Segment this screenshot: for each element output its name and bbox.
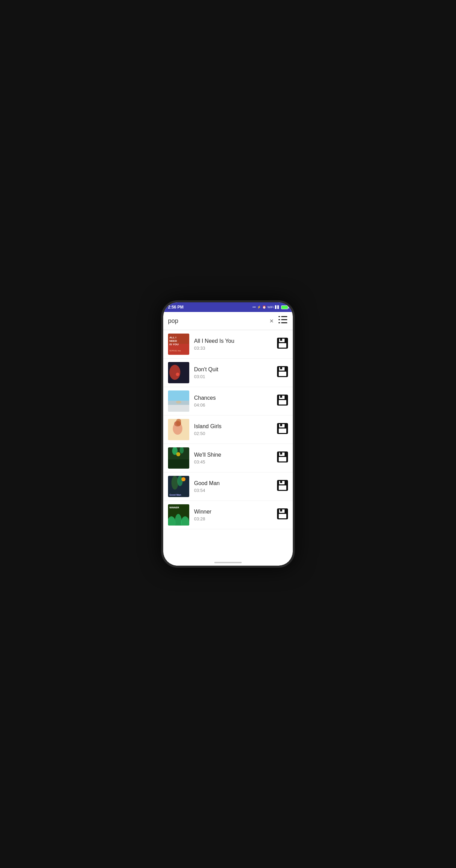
svg-point-42: [176, 452, 180, 456]
alarm-icon: ⏰: [262, 305, 266, 309]
song-info-2: Don't Quit 03:01: [194, 366, 272, 379]
svg-rect-65: [280, 509, 282, 511]
song-title-2: Don't Quit: [194, 366, 272, 373]
svg-rect-25: [168, 405, 189, 412]
search-input[interactable]: [168, 317, 265, 325]
svg-point-17: [169, 365, 180, 380]
album-art-4: [168, 419, 189, 440]
song-title-1: All I Need Is You: [194, 338, 272, 344]
song-info-4: Island Girls 02:50: [194, 423, 272, 436]
home-indicator: [214, 562, 242, 563]
song-duration-7: 03:28: [194, 516, 272, 521]
album-art-1: ALL I NEED IS YOU SEPRUEL feat.: [168, 334, 189, 355]
svg-text:ALL I: ALL I: [169, 336, 176, 339]
song-title-3: Chances: [194, 395, 272, 401]
svg-rect-1: [278, 316, 280, 317]
album-art-2: [168, 362, 189, 383]
song-duration-3: 04:06: [194, 402, 272, 408]
svg-rect-66: [279, 514, 286, 518]
song-info-7: Winner 03:28: [194, 509, 272, 521]
phone-screen: 2:56 PM ••• ⚡ ⏰ WiFi ▋▋ ×: [163, 302, 293, 566]
svg-text:IS YOU: IS YOU: [169, 343, 179, 346]
svg-point-49: [171, 476, 178, 490]
status-time: 2:56 PM: [168, 305, 183, 310]
song-info-1: All I Need Is You 03:33: [194, 338, 272, 351]
search-clear-button[interactable]: ×: [269, 316, 274, 326]
save-button-7[interactable]: [277, 508, 288, 522]
wifi-icon: WiFi: [267, 305, 274, 309]
svg-text:SEPRUEL feat.: SEPRUEL feat.: [169, 350, 181, 352]
svg-text:Good Man: Good Man: [169, 494, 181, 496]
song-duration-6: 03:54: [194, 488, 272, 493]
svg-rect-0: [281, 316, 287, 317]
save-button-1[interactable]: [277, 338, 288, 351]
svg-rect-21: [280, 367, 282, 369]
svg-rect-47: [279, 457, 286, 461]
svg-rect-22: [279, 372, 286, 376]
song-duration-1: 03:33: [194, 346, 272, 351]
status-icons: ••• ⚡ ⏰ WiFi ▋▋: [253, 305, 288, 309]
svg-rect-46: [280, 453, 282, 455]
search-list-button[interactable]: [278, 315, 288, 326]
list-item: Island Girls 02:50: [163, 415, 293, 444]
svg-rect-15: [279, 343, 286, 348]
song-list: ALL I NEED IS YOU SEPRUEL feat. All I Ne…: [163, 330, 293, 559]
bluetooth-icon: ⚡: [257, 305, 261, 309]
battery-icon: [281, 305, 288, 309]
svg-rect-29: [280, 396, 282, 398]
svg-point-50: [177, 476, 183, 486]
svg-rect-43: [168, 459, 189, 469]
save-button-2[interactable]: [277, 366, 288, 379]
song-duration-2: 03:01: [194, 374, 272, 379]
dots-icon: •••: [253, 305, 256, 309]
svg-point-26: [176, 401, 181, 403]
song-title-4: Island Girls: [194, 423, 272, 430]
list-item: Don't Quit 03:01: [163, 359, 293, 387]
svg-point-51: [181, 477, 185, 481]
svg-rect-14: [280, 339, 282, 341]
album-art-7: WINNER: [168, 504, 189, 526]
save-button-6[interactable]: [277, 480, 288, 493]
list-item: ALL I NEED IS YOU SEPRUEL feat. All I Ne…: [163, 330, 293, 359]
save-button-5[interactable]: [277, 451, 288, 465]
svg-rect-55: [280, 481, 282, 483]
bottom-bar: [163, 559, 293, 566]
svg-rect-4: [281, 322, 287, 323]
svg-rect-30: [279, 400, 286, 405]
album-art-3: [168, 390, 189, 412]
svg-rect-56: [279, 485, 286, 490]
svg-rect-2: [281, 319, 287, 320]
save-button-3[interactable]: [277, 395, 288, 408]
svg-rect-3: [278, 319, 280, 320]
album-art-5: [168, 447, 189, 469]
song-title-7: Winner: [194, 509, 272, 515]
song-duration-5: 03:45: [194, 459, 272, 465]
album-art-6: Good Man: [168, 476, 189, 497]
list-item: Chances 04:06: [163, 387, 293, 415]
svg-rect-38: [279, 429, 286, 433]
song-title-6: Good Man: [194, 480, 272, 486]
phone-frame: 2:56 PM ••• ⚡ ⏰ WiFi ▋▋ ×: [161, 300, 295, 568]
song-info-3: Chances 04:06: [194, 395, 272, 408]
song-info-6: Good Man 03:54: [194, 480, 272, 493]
list-item: We'll Shine 03:45: [163, 444, 293, 472]
list-item: WINNER Winner 03:28: [163, 501, 293, 529]
svg-rect-5: [278, 322, 280, 323]
svg-text:NEED: NEED: [169, 339, 177, 342]
save-button-4[interactable]: [277, 423, 288, 436]
svg-rect-37: [280, 424, 282, 426]
list-item: Good Man Good Man 03:54: [163, 472, 293, 501]
search-bar: ×: [163, 312, 293, 330]
svg-point-18: [176, 373, 179, 376]
song-info-5: We'll Shine 03:45: [194, 452, 272, 465]
svg-text:WINNER: WINNER: [169, 506, 179, 509]
svg-rect-34: [176, 419, 181, 426]
song-title-5: We'll Shine: [194, 452, 272, 458]
song-duration-4: 02:50: [194, 431, 272, 436]
signal-icon: ▋▋: [275, 305, 280, 309]
status-bar: 2:56 PM ••• ⚡ ⏰ WiFi ▋▋: [163, 302, 293, 312]
